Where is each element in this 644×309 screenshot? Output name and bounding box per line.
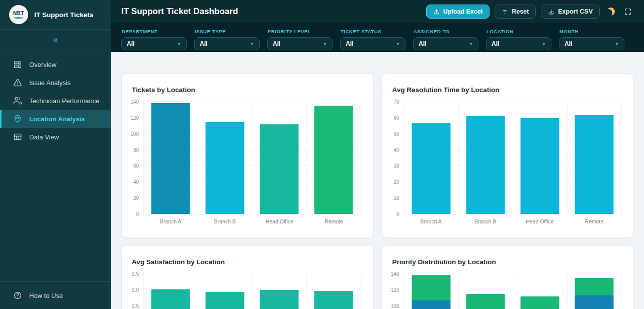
sidebar-item-technician-performance[interactable]: Technician Performance [0, 92, 111, 110]
chevron-down-icon: ▼ [323, 42, 327, 46]
filter-select-location[interactable]: All ▼ [486, 37, 551, 50]
gridline [567, 102, 568, 214]
page-title: IT Support Ticket Dashboard [121, 7, 238, 17]
x-axis-label: Remote [306, 218, 361, 224]
export-csv-label: Export CSV [558, 8, 593, 15]
export-csv-button[interactable]: Export CSV [541, 5, 600, 19]
map-pin-icon [13, 114, 22, 123]
y-axis-tick-label: 100 [130, 131, 139, 136]
y-axis-tick-label: 10 [393, 195, 399, 201]
y-axis-tick-label: 0 [396, 211, 399, 217]
filter-select-month[interactable]: All ▼ [559, 37, 624, 50]
gridline [404, 214, 622, 214]
y-axis-tick-label: 70 [393, 99, 399, 105]
stacked-bar-segment [412, 275, 450, 300]
y-axis-tick-label: 80 [133, 147, 139, 152]
y-axis-tick-label: 40 [133, 179, 139, 185]
upload-excel-label: Upload Excel [443, 8, 483, 15]
gridline [143, 102, 144, 214]
top-bar: IT Support Ticket Dashboard Upload Excel… [111, 0, 644, 23]
y-axis-tick-label: 120 [130, 115, 139, 120]
x-axis-label: Branch A [143, 218, 198, 224]
y-axis-tick-label: 20 [133, 195, 139, 201]
filter-icon [502, 9, 508, 15]
filter-select-priority-level[interactable]: All ▼ [267, 37, 333, 50]
upload-excel-button[interactable]: Upload Excel [426, 5, 490, 19]
chevron-down-icon: ▼ [177, 42, 181, 46]
main-area: IT Support Ticket Dashboard Upload Excel… [111, 0, 644, 309]
gridline [143, 274, 144, 309]
sidebar-footer: How to Use [0, 281, 111, 309]
filter-ticket-status: TICKET STATUS All ▼ [340, 27, 406, 52]
x-axis-labels: Branch ABranch BHead OfficeRemote [404, 218, 622, 224]
filter-select-issue-type[interactable]: All ▼ [194, 37, 260, 50]
plot-area: 010203040506070 [404, 102, 622, 214]
x-axis-label: Head Office [252, 218, 306, 224]
bar [206, 122, 245, 214]
sidebar-item-label: Issue Analysis [29, 79, 70, 87]
bar [412, 123, 450, 214]
sidebar-item-label: Overview [29, 61, 56, 68]
filter-select-ticket-status[interactable]: All ▼ [340, 37, 406, 50]
chart-title: Avg Satisfaction by Location [132, 258, 364, 266]
chevron-down-icon: ▼ [542, 42, 546, 46]
upload-icon [433, 9, 440, 15]
sidebar-item-issue-analysis[interactable]: Issue Analysis [0, 73, 111, 92]
sidebar-logo-row: NBT IT Support Tickets [0, 0, 111, 30]
bar [314, 106, 353, 214]
gridline [306, 102, 307, 214]
users-icon [13, 96, 22, 105]
chart-title: Tickets by Location [132, 86, 364, 94]
company-logo: NBT [9, 5, 28, 24]
x-axis-label: Branch B [458, 218, 513, 224]
filter-value: All [127, 40, 134, 47]
bar [206, 292, 245, 309]
x-axis-label: Remote [567, 218, 621, 224]
sidebar-title: IT Support Tickets [34, 11, 94, 19]
plot-area: 020406080100120140 [143, 102, 361, 214]
filter-select-department[interactable]: All ▼ [121, 37, 187, 50]
gridline [252, 102, 253, 214]
chevron-down-icon: ▼ [469, 42, 473, 46]
fullscreen-button[interactable] [622, 6, 634, 18]
gridline [361, 274, 362, 309]
y-axis-tick-label: 30 [393, 163, 399, 169]
gridline [513, 274, 513, 309]
sidebar-item-label: Data View [29, 133, 59, 141]
stacked-bar-segment [412, 300, 450, 309]
gridline [621, 274, 622, 309]
bar [575, 115, 613, 214]
gridline [458, 274, 459, 309]
gridline [198, 102, 198, 214]
sidebar-item-how-to-use[interactable]: How to Use [0, 286, 111, 304]
topbar-actions: Upload Excel Reset Export CSV [426, 5, 634, 19]
y-axis-tick-label: 60 [133, 163, 139, 169]
sidebar-item-data-view[interactable]: Data View [0, 128, 111, 146]
filter-select-assigned-to[interactable]: All ▼ [413, 37, 478, 50]
filter-value: All [419, 40, 426, 47]
chart-card-avg-resolution-time: Avg Resolution Time by Location 01020304… [382, 73, 634, 238]
gridline [458, 102, 459, 214]
sidebar: NBT IT Support Tickets « Overview Issue … [0, 0, 111, 309]
filter-label: TICKET STATUS [341, 29, 406, 34]
filter-priority-level: PRIORITY LEVEL All ▼ [267, 27, 333, 52]
gridline [621, 102, 622, 214]
sidebar-item-overview[interactable]: Overview [0, 55, 111, 73]
y-axis-tick-label: 3.0 [132, 287, 139, 292]
help-circle-icon [13, 291, 22, 300]
logo-text: NBT [13, 11, 24, 16]
sidebar-item-location-analysis[interactable]: Location Analysis [0, 110, 111, 128]
reset-button[interactable]: Reset [495, 5, 536, 19]
bar [151, 103, 190, 214]
filter-label: ISSUE TYPE [195, 29, 260, 34]
x-axis-label: Branch A [404, 218, 458, 224]
bar [466, 116, 505, 214]
chevron-down-icon: ▼ [615, 42, 619, 46]
filter-label: LOCATION [487, 29, 551, 34]
bar [260, 290, 299, 309]
y-axis-tick-label: 0 [136, 211, 139, 217]
sidebar-collapse-icon[interactable]: « [53, 35, 58, 44]
theme-toggle-button[interactable] [605, 6, 617, 18]
sidebar-collapse-row: « [0, 30, 111, 50]
chart-title: Priority Distribution by Location [392, 258, 625, 266]
